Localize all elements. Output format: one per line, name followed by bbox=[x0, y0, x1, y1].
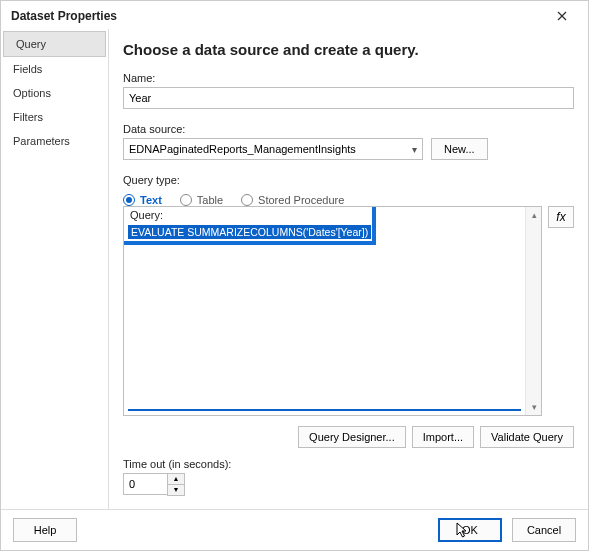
sidebar-item-label: Query bbox=[16, 38, 46, 50]
query-actions: Query Designer... Import... Validate Que… bbox=[123, 426, 574, 448]
querytype-label: Query type: bbox=[123, 174, 574, 186]
chevron-down-icon: ▾ bbox=[412, 144, 417, 155]
radio-label: Stored Procedure bbox=[258, 194, 344, 206]
help-button[interactable]: Help bbox=[13, 518, 77, 542]
datasource-select[interactable]: EDNAPaginatedReports_ManagementInsights … bbox=[123, 138, 423, 160]
cancel-button[interactable]: Cancel bbox=[512, 518, 576, 542]
querytype-radio-table[interactable]: Table bbox=[180, 194, 223, 206]
querytype-radio-group: Text Table Stored Procedure bbox=[123, 194, 574, 206]
radio-label: Text bbox=[140, 194, 162, 206]
dataset-properties-dialog: Dataset Properties Query Fields Options … bbox=[0, 0, 589, 551]
datasource-label: Data source: bbox=[123, 123, 574, 135]
radio-icon bbox=[241, 194, 253, 206]
query-text-selected: EVALUATE SUMMARIZECOLUMNS('Dates'[Year]) bbox=[128, 225, 371, 239]
name-label: Name: bbox=[123, 72, 574, 84]
titlebar: Dataset Properties bbox=[1, 1, 588, 29]
dialog-body: Query Fields Options Filters Parameters … bbox=[1, 29, 588, 509]
datasource-value: EDNAPaginatedReports_ManagementInsights bbox=[129, 143, 356, 155]
sidebar-item-label: Fields bbox=[13, 63, 42, 75]
close-icon bbox=[557, 11, 567, 21]
query-designer-button[interactable]: Query Designer... bbox=[298, 426, 406, 448]
scroll-down-icon[interactable]: ▾ bbox=[526, 399, 542, 415]
radio-icon bbox=[123, 194, 135, 206]
sidebar-item-parameters[interactable]: Parameters bbox=[1, 129, 108, 153]
dialog-footer: Help OK Cancel bbox=[1, 509, 588, 550]
name-input[interactable] bbox=[123, 87, 574, 109]
ok-label: OK bbox=[462, 524, 478, 536]
sidebar-item-label: Options bbox=[13, 87, 51, 99]
new-datasource-button[interactable]: New... bbox=[431, 138, 488, 160]
scroll-up-icon[interactable]: ▴ bbox=[526, 207, 542, 223]
dialog-title: Dataset Properties bbox=[11, 9, 117, 23]
radio-icon bbox=[180, 194, 192, 206]
sidebar-item-label: Parameters bbox=[13, 135, 70, 147]
sidebar: Query Fields Options Filters Parameters bbox=[1, 29, 109, 509]
query-textarea[interactable]: Query: EVALUATE SUMMARIZECOLUMNS('Dates'… bbox=[123, 206, 542, 416]
spinner-down-button[interactable]: ▼ bbox=[168, 485, 184, 496]
timeout-label: Time out (in seconds): bbox=[123, 458, 574, 470]
fx-icon: fx bbox=[556, 210, 565, 224]
querytype-radio-text[interactable]: Text bbox=[123, 194, 162, 206]
scrollbar[interactable]: ▴ ▾ bbox=[525, 207, 541, 415]
radio-label: Table bbox=[197, 194, 223, 206]
expression-button[interactable]: fx bbox=[548, 206, 574, 228]
timeout-input[interactable] bbox=[123, 473, 167, 495]
page-heading: Choose a data source and create a query. bbox=[123, 41, 574, 58]
querytype-radio-storedproc[interactable]: Stored Procedure bbox=[241, 194, 344, 206]
close-button[interactable] bbox=[546, 6, 578, 26]
import-button[interactable]: Import... bbox=[412, 426, 474, 448]
validate-query-button[interactable]: Validate Query bbox=[480, 426, 574, 448]
query-caret-line bbox=[128, 409, 521, 411]
sidebar-item-query[interactable]: Query bbox=[3, 31, 106, 57]
ok-button[interactable]: OK bbox=[438, 518, 502, 542]
query-label: Query: bbox=[130, 209, 163, 221]
spinner-up-button[interactable]: ▲ bbox=[168, 474, 184, 485]
sidebar-item-fields[interactable]: Fields bbox=[1, 57, 108, 81]
main-panel: Choose a data source and create a query.… bbox=[109, 29, 588, 509]
timeout-spinner[interactable]: ▲ ▼ bbox=[123, 473, 185, 496]
sidebar-item-label: Filters bbox=[13, 111, 43, 123]
sidebar-item-options[interactable]: Options bbox=[1, 81, 108, 105]
sidebar-item-filters[interactable]: Filters bbox=[1, 105, 108, 129]
